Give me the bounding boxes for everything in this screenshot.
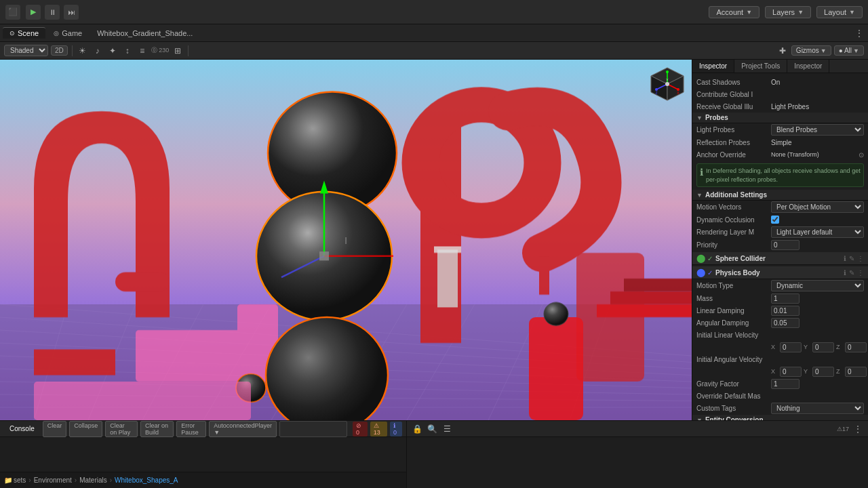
physics-body-header[interactable]: ⬤ ✓ Physics Body ℹ ✎ ⋮	[692, 266, 868, 279]
mass-input[interactable]	[771, 293, 800, 304]
light-probes-select[interactable]: Blend Probes	[771, 124, 864, 136]
motion-vectors-row: Motion Vectors Per Object Motion	[692, 201, 868, 214]
linear-z-label: Z	[836, 344, 843, 350]
tab-whitebox[interactable]: Whitebox_Gradient_Shade...	[90, 28, 199, 39]
console-action-clear-on-play[interactable]: Clear on Play	[105, 421, 138, 437]
physics-body-edit-icon[interactable]: ✎	[849, 269, 854, 277]
pause-button[interactable]: ⏸	[45, 5, 60, 20]
initial-angular-label: Initial Angular Velocity	[696, 356, 771, 363]
play-button[interactable]: ▶	[26, 5, 41, 20]
angular-damping-input[interactable]	[771, 318, 800, 328]
dynamic-occlusion-checkbox[interactable]	[771, 216, 779, 224]
initial-linear-label: Initial Linear Velocity	[696, 331, 771, 339]
shading-select[interactable]: Shaded	[4, 45, 48, 56]
custom-tags-row: Custom Tags Nothing	[692, 402, 868, 415]
right-panel: Inspector Project Tools Inspector Cast S…	[692, 60, 868, 420]
console-tab[interactable]: Console	[4, 424, 40, 434]
additional-settings-header[interactable]: ▼ Additional Settings	[692, 190, 868, 201]
dynamic-occlusion-label: Dynamic Occlusion	[696, 216, 771, 224]
project-tools-tab[interactable]: Project Tools	[734, 60, 787, 73]
linear-z-input[interactable]	[845, 342, 867, 352]
motion-vectors-select[interactable]: Per Object Motion	[771, 201, 864, 213]
fx-icon[interactable]: ✦	[106, 45, 119, 57]
reflection-probes-value: Simple	[771, 139, 864, 146]
layout-button[interactable]: Layout ▼	[816, 6, 863, 18]
console-action-clear-on-build[interactable]: Clear on Build	[140, 421, 174, 437]
bc-assets[interactable]: sets	[14, 476, 26, 484]
account-button[interactable]: Account ▼	[709, 6, 760, 18]
2d-toggle[interactable]: 2D	[51, 45, 68, 56]
physics-body-info-icon[interactable]: ℹ	[844, 269, 846, 277]
svg-rect-24	[34, 350, 115, 375]
receive-gi-label: Receive Global Illu	[696, 103, 771, 110]
scene-canvas	[0, 60, 692, 420]
more-options-icon[interactable]: ⋮	[853, 27, 865, 39]
sphere-collider-menu-icon[interactable]: ⋮	[857, 255, 864, 262]
console-header: Console ClearCollapseClear on PlayClear …	[0, 421, 406, 437]
physics-body-menu-icon[interactable]: ⋮	[857, 269, 864, 277]
console-search[interactable]	[279, 421, 347, 437]
sphere-collider-info-icon[interactable]: ℹ	[844, 255, 846, 262]
console-action-error-pause[interactable]: Error Pause	[176, 421, 206, 437]
tab-game[interactable]: ◎ Game	[47, 28, 89, 39]
gravity-factor-input[interactable]	[771, 379, 800, 389]
cast-shadows-row: Cast Shadows On	[692, 76, 868, 88]
contribute-gi-row: Contribute Global I	[692, 88, 868, 100]
sphere-collider-edit-icon[interactable]: ✎	[849, 255, 854, 262]
inspector2-tab[interactable]: Inspector	[787, 60, 829, 73]
bc-environment[interactable]: Environment	[34, 476, 72, 484]
linear-y-input[interactable]	[812, 342, 834, 352]
bc-materials[interactable]: Materials	[79, 476, 107, 484]
linear-x-input[interactable]	[780, 342, 802, 352]
console-output	[0, 437, 406, 472]
stats-icon[interactable]: ≡	[136, 45, 149, 57]
console-panel: Console ClearCollapseClear on PlayClear …	[0, 421, 407, 488]
angular-y-input[interactable]	[812, 367, 834, 377]
angular-damping-label: Angular Damping	[696, 319, 771, 327]
priority-input[interactable]	[771, 240, 800, 250]
info-badge: ℹ 0	[390, 422, 402, 436]
nav-cube[interactable]: Y X Z	[648, 65, 686, 103]
unity-logo[interactable]: ⬛	[5, 5, 20, 20]
move-icon[interactable]: ↕	[121, 45, 134, 57]
viewport[interactable]: Y X Z |	[0, 60, 692, 420]
grid-icon[interactable]: ⊞	[172, 45, 184, 57]
assets-count: ⚠17	[837, 426, 849, 432]
assets-search-icon[interactable]: 🔍	[426, 423, 438, 435]
angular-z-input[interactable]	[845, 367, 867, 377]
toolbar: Shaded 2D ☀ ♪ ✦ ↕ ≡ ⓪ 230 ⊞ ✚ Gizmos ▼ ●…	[0, 42, 868, 60]
anchor-pick-icon[interactable]: ⊙	[859, 151, 864, 159]
assets-more-icon[interactable]: ⋮	[852, 423, 864, 435]
step-button[interactable]: ⏭	[64, 5, 79, 20]
assets-toolbar: 🔒 🔍 ☰ ⚠17 ⋮	[407, 421, 868, 437]
linear-y-label: Y	[804, 344, 810, 350]
lighting-icon[interactable]: ☀	[77, 45, 89, 57]
entity-conversion-header[interactable]: ▼ Entity Conversion	[692, 415, 868, 420]
layers-button[interactable]: Layers ▼	[765, 6, 811, 18]
sphere-collider-header[interactable]: ⬤ ✓ Sphere Collider ℹ ✎ ⋮	[692, 252, 868, 265]
rendering-layer-select[interactable]: Light Layer default	[771, 226, 864, 238]
motion-type-row: Motion Type Dynamic	[692, 279, 868, 292]
all-dropdown[interactable]: ● All ▼	[834, 45, 864, 56]
priority-label: Priority	[696, 241, 771, 249]
custom-tags-select[interactable]: Nothing	[771, 403, 864, 414]
console-action-collapse[interactable]: Collapse	[69, 421, 102, 437]
anchor-override-row: Anchor Override None (Transform) ⊙	[692, 148, 868, 161]
audio-icon[interactable]: ♪	[92, 45, 104, 57]
console-action-autoconnectedplayer[interactable]: AutoconnectedPlayer ▼	[209, 421, 277, 437]
bc-whitebox[interactable]: Whitebox_Shapes_A	[115, 476, 178, 484]
hand-icon[interactable]: ✚	[776, 45, 789, 57]
angular-x-input[interactable]	[780, 367, 802, 377]
inspector-tab[interactable]: Inspector	[692, 60, 734, 73]
tab-scene[interactable]: ⊙ Scene	[3, 27, 45, 39]
console-action-clear[interactable]: Clear	[43, 421, 67, 437]
motion-type-select[interactable]: Dynamic	[771, 280, 864, 291]
svg-rect-34	[437, 249, 458, 308]
probes-section-header[interactable]: ▼ Probes	[692, 113, 868, 123]
gizmos-button[interactable]: Gizmos ▼	[791, 45, 831, 56]
assets-lock-icon[interactable]: 🔒	[411, 423, 423, 435]
svg-text:Z: Z	[655, 91, 657, 95]
tab-game-label: Game	[62, 29, 82, 37]
linear-damping-input[interactable]	[771, 306, 800, 316]
assets-filter-icon[interactable]: ☰	[441, 423, 453, 435]
